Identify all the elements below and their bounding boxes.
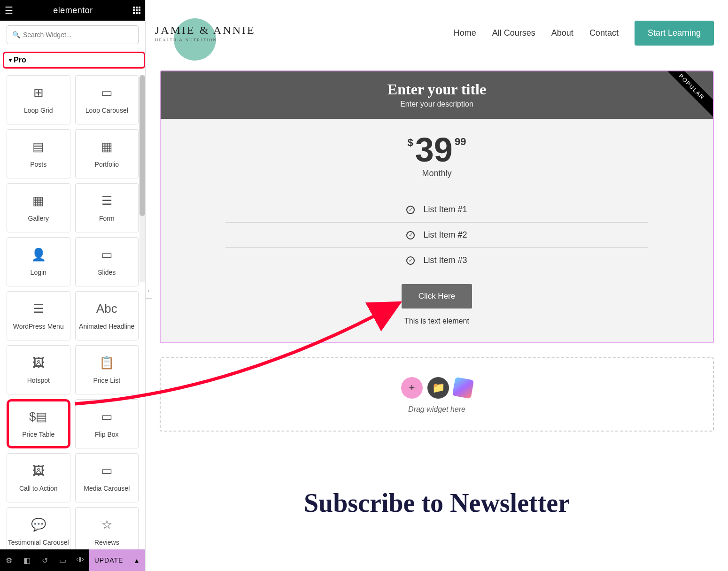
check-icon: ✓	[406, 256, 415, 265]
feature-item: ✓List Item #1	[225, 197, 648, 223]
main-nav: HomeAll CoursesAboutContactStart Learnin…	[454, 21, 714, 46]
widget-loop-carousel[interactable]: ▭Loop Carousel	[75, 75, 139, 124]
add-section-icon[interactable]: +	[401, 377, 423, 399]
drop-text: Drag widget here	[161, 405, 713, 414]
price-cta-button[interactable]: Click Here	[402, 284, 472, 309]
logo-line2: HEALTH & NUTRITION	[155, 38, 256, 42]
widget-label: Animated Headline	[79, 323, 134, 330]
update-caret-icon[interactable]: ▴	[128, 549, 145, 571]
settings-icon[interactable]: ⚙	[0, 556, 18, 565]
price-cents: 99	[455, 136, 466, 148]
widget-price-list[interactable]: 📋Price List	[75, 345, 139, 394]
sidebar-footer: ⚙ ◧ ↺ ▭ 👁 UPDATE ▴	[0, 549, 145, 571]
nav-home[interactable]: Home	[454, 28, 476, 38]
widget-label: Price Table	[22, 431, 54, 438]
widget-icon: 🖼	[32, 464, 45, 478]
pro-category-toggle[interactable]: ▾ Pro	[3, 52, 145, 69]
widget-icon: ▦	[101, 140, 113, 154]
widget-media-carousel[interactable]: ▭Media Carousel	[75, 453, 139, 502]
widget-animated-headline[interactable]: AbcAnimated Headline	[75, 291, 139, 340]
feature-text: List Item #1	[423, 205, 467, 215]
start-learning-button[interactable]: Start Learning	[635, 21, 714, 46]
kit-icon[interactable]	[452, 377, 474, 399]
price-period: Monthly	[161, 169, 713, 178]
widget-label: Form	[99, 215, 115, 222]
widget-gallery[interactable]: ▦Gallery	[7, 183, 70, 232]
widget-label: WordPress Menu	[13, 323, 64, 330]
widget-slides[interactable]: ▭Slides	[75, 237, 139, 286]
price-footer-text: This is text element	[161, 317, 713, 325]
widget-label: Portfolio	[95, 161, 119, 168]
drop-zone[interactable]: + 📁 Drag widget here	[160, 357, 714, 432]
widget-icon: 👤	[31, 248, 46, 262]
drop-icons: + 📁	[161, 377, 713, 399]
widget-form[interactable]: ☰Form	[75, 183, 139, 232]
widget-label: Login	[31, 269, 46, 276]
price-title: Enter your title	[161, 81, 713, 98]
widget-icon: 🖼	[32, 356, 45, 370]
template-library-icon[interactable]: 📁	[427, 377, 449, 399]
widget-icon: ▤	[32, 140, 44, 154]
widget-label: Posts	[30, 161, 46, 168]
newsletter-heading: Subscribe to Newsletter	[146, 488, 728, 518]
widget-icon: Abc	[96, 302, 117, 316]
search-input[interactable]	[7, 25, 139, 44]
widget-icon: ☆	[101, 518, 112, 532]
hamburger-icon[interactable]: ☰	[5, 5, 13, 16]
widget-icon: ▭	[101, 410, 113, 424]
widget-label: Flip Box	[95, 431, 119, 438]
widget-icon: 💬	[31, 518, 46, 532]
preview-canvas: JAMIE & ANNIE HEALTH & NUTRITION HomeAll…	[146, 0, 728, 571]
site-header: JAMIE & ANNIE HEALTH & NUTRITION HomeAll…	[146, 0, 728, 66]
widget-testimonial-carousel[interactable]: 💬Testimonial Carousel	[7, 507, 70, 549]
widget-flip-box[interactable]: ▭Flip Box	[75, 399, 139, 448]
widget-icon: 📋	[99, 356, 114, 370]
feature-text: List Item #3	[423, 255, 467, 265]
price-body: $ 39 99 Monthly ✓List Item #1✓List Item …	[161, 119, 713, 342]
widget-hotspot[interactable]: 🖼Hotspot	[7, 345, 70, 394]
widget-icon: ☰	[101, 194, 112, 208]
preview-icon[interactable]: 👁	[71, 556, 89, 564]
widget-label: Hotspot	[27, 377, 50, 384]
widget-login[interactable]: 👤Login	[7, 237, 70, 286]
widget-reviews[interactable]: ☆Reviews	[75, 507, 139, 549]
navigator-icon[interactable]: ◧	[18, 556, 36, 565]
widget-label: Loop Grid	[24, 107, 53, 114]
pro-label: Pro	[14, 56, 26, 64]
widget-posts[interactable]: ▤Posts	[7, 129, 70, 178]
widget-loop-grid[interactable]: ⊞Loop Grid	[7, 75, 70, 124]
widget-label: Testimonial Carousel	[8, 539, 69, 546]
widget-icon: ▭	[101, 86, 113, 100]
update-button[interactable]: UPDATE	[89, 549, 128, 571]
collapse-sidebar-button[interactable]: ‹	[146, 282, 152, 299]
check-icon: ✓	[406, 206, 415, 214]
history-icon[interactable]: ↺	[36, 556, 54, 565]
widget-grid: ⊞Loop Grid▭Loop Carousel▤Posts▦Portfolio…	[0, 72, 145, 549]
sidebar-scroll-thumb[interactable]	[139, 75, 145, 216]
widget-icon: $▤	[29, 410, 47, 424]
widget-label: Slides	[98, 269, 116, 276]
widget-icon: ▭	[101, 464, 113, 478]
widget-call-to-action[interactable]: 🖼Call to Action	[7, 453, 70, 502]
price-table-widget[interactable]: Enter your title Enter your description …	[160, 70, 714, 343]
apps-grid-icon[interactable]	[133, 7, 140, 14]
responsive-icon[interactable]: ▭	[54, 556, 71, 565]
widget-portfolio[interactable]: ▦Portfolio	[75, 129, 139, 178]
check-icon: ✓	[406, 231, 415, 239]
widget-price-table[interactable]: $▤Price Table	[7, 399, 70, 448]
price-header: Enter your title Enter your description …	[161, 71, 713, 119]
widget-label: Gallery	[28, 215, 49, 222]
caret-down-icon: ▾	[9, 57, 12, 63]
site-logo[interactable]: JAMIE & ANNIE HEALTH & NUTRITION	[155, 24, 256, 42]
sidebar-scrollbar[interactable]	[139, 75, 145, 282]
price-amount: $ 39 99	[161, 133, 713, 167]
elementor-logo: elementor	[53, 6, 93, 15]
nav-all-courses[interactable]: All Courses	[492, 28, 535, 38]
nav-about[interactable]: About	[551, 28, 573, 38]
feature-list: ✓List Item #1✓List Item #2✓List Item #3	[225, 197, 648, 273]
widget-wordpress-menu[interactable]: ☰WordPress Menu	[7, 291, 70, 340]
price-currency: $	[408, 137, 413, 149]
newsletter-section: Subscribe to Newsletter	[146, 488, 728, 518]
logo-line1: JAMIE & ANNIE	[155, 24, 256, 37]
nav-contact[interactable]: Contact	[589, 28, 619, 38]
